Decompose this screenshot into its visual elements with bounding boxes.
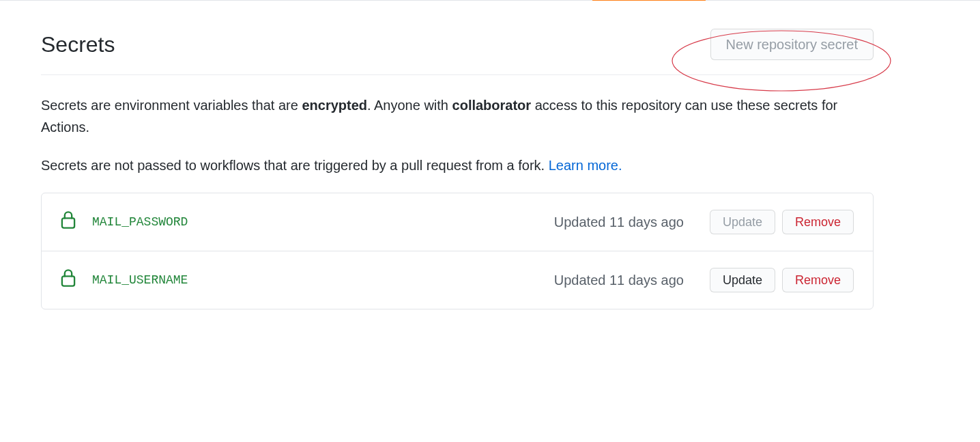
header-row: Secrets New repository secret [41,28,874,75]
remove-button[interactable]: Remove [782,210,854,234]
remove-button[interactable]: Remove [782,268,854,292]
desc-text: . Anyone with [367,98,452,113]
secret-name: MAIL_USERNAME [92,271,554,290]
description-paragraph-1: Secrets are environment variables that a… [41,94,874,138]
lock-icon [61,211,76,233]
description-paragraph-2: Secrets are not passed to workflows that… [41,154,874,176]
main-container: Secrets New repository secret Secrets ar… [0,1,914,323]
description-block: Secrets are environment variables that a… [41,94,874,176]
update-button[interactable]: Update [710,210,775,234]
svg-rect-1 [62,218,74,227]
secrets-list: MAIL_PASSWORDUpdated 11 days agoUpdateRe… [41,193,874,309]
learn-more-link[interactable]: Learn more. [549,158,622,173]
secret-row: MAIL_PASSWORDUpdated 11 days agoUpdateRe… [42,193,873,251]
secret-updated-time: Updated 11 days ago [554,270,684,290]
secret-name: MAIL_PASSWORD [92,213,554,232]
desc-text: Secrets are not passed to workflows that… [41,158,549,173]
lock-icon [61,269,76,291]
update-button[interactable]: Update [710,268,775,292]
svg-rect-2 [62,276,74,286]
new-repository-secret-button[interactable]: New repository secret [710,29,874,60]
page-title: Secrets [41,28,115,61]
secret-updated-time: Updated 11 days ago [554,212,684,232]
secret-row: MAIL_USERNAMEUpdated 11 days agoUpdateRe… [42,251,873,309]
desc-bold-encrypted: encrypted [302,98,367,113]
desc-bold-collaborator: collaborator [452,98,532,113]
desc-text: Secrets are environment variables that a… [41,98,302,113]
